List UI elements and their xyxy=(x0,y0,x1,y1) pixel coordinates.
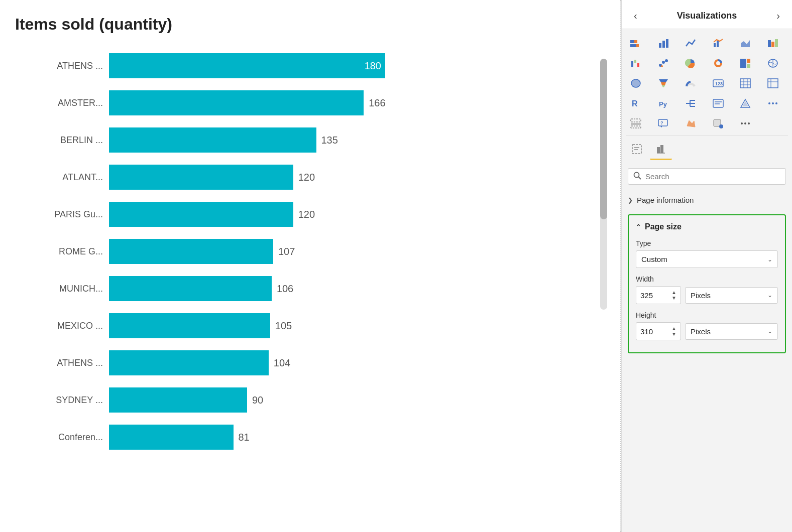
page-size-chevron: ⌃ xyxy=(636,223,641,230)
height-spinner[interactable]: ▲ ▼ xyxy=(671,326,676,337)
bar-value: 81 xyxy=(239,432,250,443)
page-size-header[interactable]: ⌃ Page size xyxy=(636,222,778,231)
height-down[interactable]: ▼ xyxy=(671,331,676,337)
bar-row: ATHENS ...180 xyxy=(15,49,595,83)
svg-rect-13 xyxy=(631,61,633,67)
width-input[interactable]: 325 ▲ ▼ xyxy=(636,286,681,304)
bar-value: 90 xyxy=(252,394,263,406)
search-icon xyxy=(633,172,641,181)
bar-row: Conferen...81 xyxy=(15,420,595,454)
bar-label: MEXICO ... xyxy=(15,321,103,331)
viz-icon-paint[interactable] xyxy=(708,114,728,132)
bar-container: 105 xyxy=(109,313,595,338)
height-unit-dropdown[interactable]: Pixels ⌄ xyxy=(685,323,778,340)
width-up[interactable]: ▲ xyxy=(671,290,676,295)
bar-row: ATHENS ...104 xyxy=(15,346,595,380)
viz-icon-shape-map[interactable] xyxy=(681,114,701,132)
viz-icon-card[interactable]: 123 xyxy=(708,74,728,92)
svg-point-64 xyxy=(741,122,743,124)
chart-content: ATHENS ...180AMSTER...166BERLIN ...135AT… xyxy=(15,49,610,485)
viz-icon-r-visual[interactable]: R xyxy=(626,94,646,112)
bar-row: BERLIN ...135 xyxy=(15,123,595,157)
width-spinner[interactable]: ▲ ▼ xyxy=(671,290,676,301)
viz-icon-more2[interactable] xyxy=(735,114,755,132)
bar xyxy=(109,387,247,413)
viz-icon-combo-chart[interactable] xyxy=(708,34,728,52)
viz-icon-python[interactable]: Py xyxy=(653,94,673,112)
viz-header: ‹ Visualizations › xyxy=(622,0,792,29)
scrollbar-area[interactable] xyxy=(600,49,610,485)
height-label: Height xyxy=(636,311,778,319)
height-unit-arrow: ⌄ xyxy=(767,328,772,335)
page-size-title-label: Page size xyxy=(645,222,682,231)
viz-icon-filled-map[interactable] xyxy=(626,74,646,92)
viz-icon-slicer[interactable] xyxy=(626,114,646,132)
viz-icon-donut[interactable] xyxy=(708,54,728,72)
fields-tab-button[interactable] xyxy=(626,138,648,160)
viz-icon-table[interactable] xyxy=(735,74,755,92)
page-information-header[interactable]: ❯ Page information xyxy=(628,194,786,206)
bar xyxy=(109,239,273,264)
bar xyxy=(109,202,293,227)
height-input[interactable]: 310 ▲ ▼ xyxy=(636,322,681,340)
viz-icon-waterfall[interactable] xyxy=(626,54,646,72)
bar-label: ATHENS ... xyxy=(15,61,103,71)
width-unit-dropdown[interactable]: Pixels ⌄ xyxy=(685,287,778,304)
viz-icon-smart-narrative[interactable] xyxy=(708,94,728,112)
bar-label: SYDNEY ... xyxy=(15,395,103,406)
svg-rect-12 xyxy=(775,39,778,47)
svg-rect-6 xyxy=(666,39,668,48)
svg-rect-21 xyxy=(740,59,746,68)
width-down[interactable]: ▼ xyxy=(671,295,676,301)
svg-point-66 xyxy=(748,122,750,124)
viz-icon-scatter[interactable] xyxy=(653,54,673,72)
scrollbar-thumb[interactable] xyxy=(600,59,607,219)
nav-next-button[interactable]: › xyxy=(772,8,784,24)
scrollbar-track[interactable] xyxy=(600,59,607,310)
svg-rect-58 xyxy=(631,126,641,128)
viz-icon-funnel[interactable] xyxy=(653,74,673,92)
bar xyxy=(109,127,316,153)
search-box[interactable] xyxy=(628,168,786,185)
svg-point-73 xyxy=(634,173,639,178)
viz-icon-more[interactable] xyxy=(763,94,783,112)
height-up[interactable]: ▲ xyxy=(671,326,676,331)
viz-icon-bar-chart[interactable] xyxy=(653,34,673,52)
viz-icon-kpi[interactable] xyxy=(735,94,755,112)
viz-icon-map[interactable] xyxy=(763,54,783,72)
bar-row: MEXICO ...105 xyxy=(15,309,595,343)
viz-icon-gauge[interactable] xyxy=(681,74,701,92)
svg-text:123: 123 xyxy=(715,81,723,86)
height-value: 310 xyxy=(640,327,653,336)
viz-icon-matrix[interactable] xyxy=(763,74,783,92)
bar-container: 107 xyxy=(109,239,595,264)
viz-icon-line-chart[interactable] xyxy=(681,34,701,52)
chart-title: Items sold (quantity) xyxy=(15,15,610,34)
viz-icon-qa[interactable]: ? xyxy=(653,114,673,132)
viz-icon-decomp-tree[interactable] xyxy=(681,94,701,112)
svg-point-55 xyxy=(775,102,777,104)
viz-icon-treemap[interactable] xyxy=(735,54,755,72)
nav-prev-button[interactable]: ‹ xyxy=(630,8,641,24)
viz-icon-ribbon[interactable] xyxy=(763,34,783,52)
bar-value: 180 xyxy=(365,60,381,72)
bar-value: 120 xyxy=(298,172,315,183)
bar-value: 106 xyxy=(277,283,293,295)
svg-marker-52 xyxy=(742,101,748,106)
viz-icon-pie[interactable] xyxy=(681,54,701,72)
search-input[interactable] xyxy=(645,172,780,181)
format-tab-button[interactable] xyxy=(650,138,672,160)
viz-icon-stacked-area[interactable] xyxy=(735,34,755,52)
svg-rect-11 xyxy=(771,42,774,47)
type-dropdown[interactable]: Custom ⌄ xyxy=(636,250,778,268)
bar-row: SYDNEY ...90 xyxy=(15,383,595,417)
bar-row: PARIS Gu...120 xyxy=(15,197,595,231)
bar-label: MUNICH... xyxy=(15,284,103,294)
bar-row: AMSTER...166 xyxy=(15,86,595,120)
svg-rect-70 xyxy=(657,147,660,153)
viz-icon-stacked-bar[interactable] xyxy=(626,34,646,52)
svg-text:R: R xyxy=(632,99,638,108)
svg-text:?: ? xyxy=(660,120,663,125)
svg-rect-15 xyxy=(637,63,639,67)
svg-point-63 xyxy=(719,124,723,128)
